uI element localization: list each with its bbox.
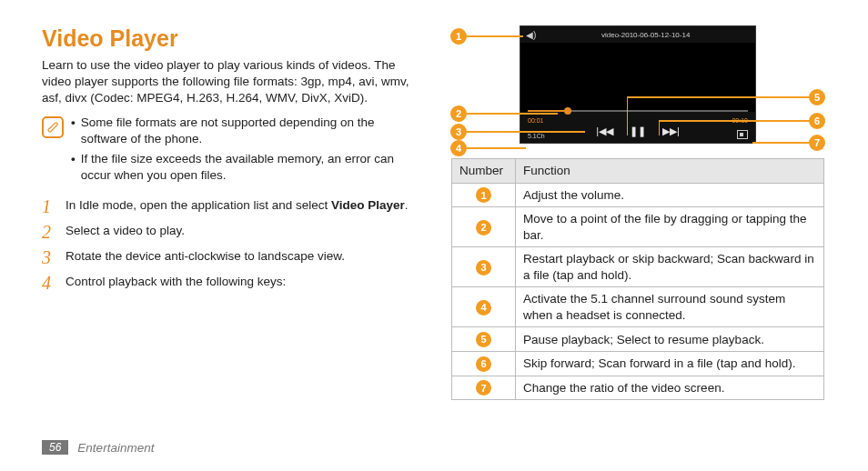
- bullet-icon: •: [71, 115, 76, 147]
- callout-line: [467, 131, 585, 133]
- step-number: 1: [42, 197, 58, 215]
- seek-knob: [564, 107, 571, 115]
- bullet-icon: •: [71, 151, 76, 184]
- callout-bubble: 5: [809, 89, 825, 105]
- table-row: 5Pause playback; Select to resume playba…: [452, 327, 824, 352]
- player-top-bar: ◀) video-2010-06-05-12-10-14: [520, 30, 755, 40]
- step-text: In Idle mode, open the application list …: [66, 197, 409, 215]
- callout-3: 3: [450, 124, 585, 140]
- row-number-bubble: 5: [476, 332, 491, 347]
- section-title: Video Player: [42, 25, 424, 52]
- note-list: •Some file formats are not supported dep…: [71, 115, 424, 188]
- note-item: •If the file size exceeds the available …: [71, 151, 424, 184]
- callout-5: 5: [627, 89, 825, 105]
- table-row: 4Activate the 5.1 channel surround sound…: [452, 287, 824, 327]
- volume-icon: ◀): [526, 30, 536, 40]
- callout-line: [659, 120, 809, 122]
- callout-2: 2: [450, 105, 558, 122]
- table-row: 6Skip forward; Scan forward in a file (t…: [452, 352, 824, 376]
- step-number: 4: [42, 274, 58, 292]
- callout-7: 7: [752, 135, 825, 151]
- table-row: 1Adjust the volume.: [452, 183, 824, 207]
- function-table: Number Function 1Adjust the volume. 2Mov…: [451, 158, 824, 400]
- row-number-bubble: 7: [476, 380, 491, 396]
- callout-bubble: 2: [450, 105, 467, 122]
- table-header-number: Number: [452, 159, 516, 184]
- row-function: Activate the 5.1 channel surround sound …: [516, 287, 824, 327]
- callout-4: 4: [450, 140, 526, 156]
- row-function: Move to a point of the file by dragging …: [516, 207, 824, 247]
- row-function: Skip forward; Scan forward in a file (ta…: [516, 352, 824, 376]
- page-footer: 56 Entertainment: [42, 440, 154, 455]
- step-number: 2: [42, 223, 58, 241]
- step-3: 3 Rotate the device anti-clockwise to la…: [42, 248, 424, 266]
- callout-bubble: 3: [450, 124, 467, 140]
- step-2: 2 Select a video to play.: [42, 223, 424, 241]
- table-header-row: Number Function: [452, 159, 824, 184]
- callout-line: [467, 147, 526, 149]
- step-text: Control playback with the following keys…: [66, 274, 286, 292]
- step-1: 1 In Idle mode, open the application lis…: [42, 197, 424, 215]
- step-text: Select a video to play.: [66, 223, 185, 241]
- row-function: Adjust the volume.: [516, 183, 824, 207]
- left-column: Video Player Learn to use the video play…: [42, 25, 424, 400]
- step-number: 3: [42, 248, 58, 266]
- aspect-ratio-icon: [737, 130, 748, 139]
- row-number-bubble: 1: [476, 187, 491, 203]
- row-function: Change the ratio of the video screen.: [516, 376, 824, 400]
- step-text: Rotate the device anti-clockwise to land…: [66, 248, 345, 266]
- step-text-part: .: [405, 198, 409, 212]
- callout-line: [467, 113, 558, 115]
- intro-paragraph: Learn to use the video player to play va…: [42, 57, 424, 107]
- row-number-bubble: 2: [476, 220, 491, 236]
- callout-bubble: 7: [809, 135, 825, 151]
- callout-line: [467, 35, 523, 37]
- step-text-bold: Video Player: [331, 198, 405, 212]
- note-text: Some file formats are not supported depe…: [81, 115, 424, 147]
- callout-bubble: 6: [809, 113, 825, 129]
- callout-1: 1: [450, 28, 523, 45]
- manual-page: Video Player Learn to use the video play…: [0, 0, 868, 406]
- player-diagram: ◀) video-2010-06-05-12-10-14 00:01 00:10: [451, 25, 824, 144]
- row-number-bubble: 3: [476, 260, 491, 276]
- note-icon: [42, 116, 64, 138]
- table-header-function: Function: [516, 159, 824, 184]
- step-text-part: In Idle mode, open the application list …: [66, 198, 331, 212]
- table-row: 7Change the ratio of the video screen.: [452, 376, 824, 400]
- callout-line-v: [659, 121, 661, 135]
- callout-bubble: 1: [450, 28, 467, 45]
- note-block: •Some file formats are not supported dep…: [42, 115, 424, 188]
- step-4: 4 Control playback with the following ke…: [42, 274, 424, 292]
- callout-line: [752, 142, 809, 144]
- note-item: •Some file formats are not supported dep…: [71, 115, 424, 147]
- row-function: Restart playback or skip backward; Scan …: [516, 247, 824, 287]
- pause-icon: ❚❚: [630, 125, 646, 137]
- callout-6: 6: [659, 113, 825, 129]
- row-function: Pause playback; Select to resume playbac…: [516, 327, 824, 352]
- callout-bubble: 4: [450, 140, 467, 156]
- callout-line: [627, 96, 809, 98]
- section-name: Entertainment: [77, 441, 154, 455]
- row-number-bubble: 6: [476, 356, 491, 372]
- note-text: If the file size exceeds the available m…: [81, 151, 424, 184]
- table-row: 2Move to a point of the file by dragging…: [452, 207, 824, 247]
- right-column: ◀) video-2010-06-05-12-10-14 00:01 00:10: [451, 25, 824, 400]
- video-filename: video-2010-06-05-12-10-14: [541, 31, 750, 39]
- row-number-bubble: 4: [476, 300, 491, 316]
- table-body: 1Adjust the volume. 2Move to a point of …: [452, 183, 824, 400]
- callout-line-v: [627, 97, 629, 135]
- skip-back-icon: |◀◀: [596, 125, 613, 137]
- page-number: 56: [42, 440, 68, 455]
- table-row: 3Restart playback or skip backward; Scan…: [452, 247, 824, 287]
